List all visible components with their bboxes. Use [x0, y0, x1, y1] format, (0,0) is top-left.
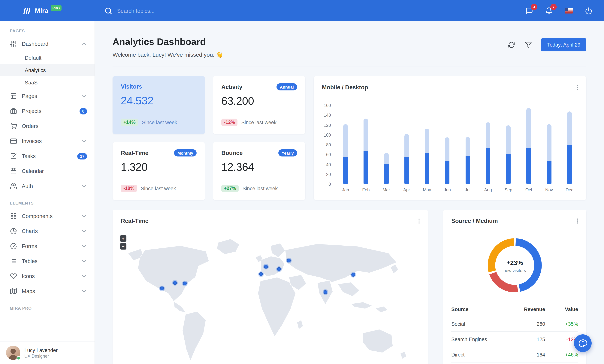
refresh-icon [508, 41, 515, 48]
language-flag-button[interactable] [564, 7, 574, 15]
sidebar: PAGESDashboardDefaultAnalyticsSaaSPagesP… [0, 21, 95, 364]
chevron-down-icon [81, 273, 87, 279]
sidebar-item-tasks[interactable]: Tasks17 [0, 149, 95, 163]
sidebar-item-components[interactable]: Components [0, 209, 95, 224]
bar-segment-desktop [547, 124, 551, 161]
mobile-desktop-chart-card: Mobile / Desktop 020406080100120140160 J… [314, 76, 586, 200]
list-icon [10, 258, 17, 264]
source-medium-card: Source / Medium +23% new visitors [443, 210, 586, 364]
map-zoom-in-button[interactable]: + [120, 235, 126, 242]
table-row-social: Social260+35% [451, 316, 578, 332]
bar-segment-mobile [384, 163, 389, 184]
card-menu-button[interactable] [573, 216, 582, 226]
sidebar-count-badge: 8 [79, 108, 87, 114]
sidebar-item-label: Calendar [22, 168, 87, 174]
map-marker [159, 286, 165, 291]
sidebar-item-label: Icons [22, 273, 76, 279]
sidebar-item-calendar[interactable]: Calendar [0, 163, 95, 179]
bar-segment-desktop [527, 108, 531, 148]
bar-segment-mobile [425, 153, 429, 184]
stat-note: Since last week [141, 186, 176, 191]
map-zoom-out-button[interactable]: − [120, 243, 126, 250]
chevron-down-icon [81, 288, 87, 294]
y-tick-label: 140 [324, 113, 331, 118]
date-range-button[interactable]: Today: April 29 [541, 38, 586, 51]
bar-segment-mobile [527, 148, 531, 184]
theme-settings-button[interactable] [574, 334, 591, 352]
stat-value: 63.200 [221, 95, 297, 107]
stats-section: Visitors 24.532 +14% Since last week Act… [113, 76, 586, 200]
sidebar-item-charts[interactable]: Charts [0, 224, 95, 239]
x-tick-label: Jun [437, 188, 458, 192]
search-icon [105, 7, 112, 14]
sidebar-item-label: Components [22, 213, 76, 219]
sidebar-subitem-saas[interactable]: SaaS [0, 76, 95, 88]
y-tick-label: 160 [324, 103, 331, 108]
pro-badge: PRO [51, 5, 62, 11]
sidebar-item-label: Tasks [22, 153, 73, 159]
bar-segment-mobile [364, 151, 368, 184]
bar-segment-mobile [466, 156, 470, 184]
y-tick-label: 60 [326, 152, 331, 157]
search-input[interactable] [117, 8, 222, 14]
app-root: Mira PRO 3 7 [0, 0, 604, 364]
x-tick-label: Feb [356, 188, 376, 192]
bar-column-aug [478, 105, 498, 184]
sidebar-user[interactable]: Lucy Lavender UX Designer [0, 341, 95, 364]
messages-button[interactable]: 3 [525, 6, 534, 16]
page-title: Analytics Dashboard [113, 36, 223, 47]
sidebar-item-icons[interactable]: Icons [0, 269, 95, 284]
sidebar-item-orders[interactable]: Orders [0, 119, 95, 134]
sidebar-subitem-default[interactable]: Default [0, 51, 95, 64]
brand-name: Mira [35, 7, 48, 14]
top-navbar: Mira PRO 3 7 [0, 0, 604, 21]
delta-badge: +27% [221, 185, 239, 192]
world-map: + − [113, 231, 428, 364]
x-tick-label: May [417, 188, 437, 192]
sidebar-item-label: Pages [22, 93, 76, 99]
sidebar-item-label: Charts [22, 228, 76, 234]
sidebar-item-invoices[interactable]: Invoices [0, 134, 95, 149]
sidebar-item-tables[interactable]: Tables [0, 254, 95, 269]
credit-card-icon [10, 138, 17, 144]
value-cell: +35% [545, 316, 578, 332]
card-menu-button[interactable] [573, 83, 582, 92]
sidebar-item-pages[interactable]: Pages [0, 88, 95, 104]
brand[interactable]: Mira PRO [0, 7, 95, 15]
messages-count-badge: 3 [531, 4, 537, 10]
refresh-button[interactable] [507, 40, 516, 49]
more-vertical-icon [574, 218, 581, 224]
avatar [6, 346, 20, 360]
grid-icon [10, 213, 17, 220]
sidebar-count-badge: 17 [77, 153, 87, 159]
sidebar-section-label: MIRA PRO [0, 299, 95, 314]
sign-out-button[interactable] [584, 6, 593, 16]
filter-button[interactable] [524, 40, 533, 49]
map-marker [258, 271, 264, 277]
value-cell: +46% [545, 347, 578, 362]
revenue-cell: 164 [512, 347, 545, 362]
notifications-button[interactable]: 7 [544, 6, 554, 16]
stat-value: 24.532 [121, 95, 197, 107]
check-square-icon [10, 153, 17, 160]
sidebar-item-auth[interactable]: Auth [0, 179, 95, 194]
check-circle-icon [10, 243, 17, 250]
bar-segment-mobile [547, 161, 551, 184]
bar-column-sep [498, 105, 519, 184]
card-menu-button[interactable] [415, 216, 424, 226]
bar-segment-desktop [466, 137, 470, 156]
bar-column-feb [356, 105, 376, 184]
delta-badge: +14% [121, 119, 138, 126]
y-tick-label: 40 [326, 162, 331, 167]
sidebar-item-dashboard[interactable]: Dashboard [0, 36, 95, 51]
sidebar-item-maps[interactable]: Maps [0, 284, 95, 299]
stat-title: Bounce [221, 150, 243, 156]
filter-icon [525, 41, 532, 48]
notifications-count-badge: 7 [550, 4, 557, 10]
sidebar-item-projects[interactable]: Projects8 [0, 104, 95, 119]
chevron-down-icon [81, 213, 87, 219]
sidebar-subitem-analytics[interactable]: Analytics [0, 64, 95, 76]
sliders-icon [10, 40, 17, 47]
x-tick-label: Mar [376, 188, 397, 192]
sidebar-item-forms[interactable]: Forms [0, 239, 95, 254]
